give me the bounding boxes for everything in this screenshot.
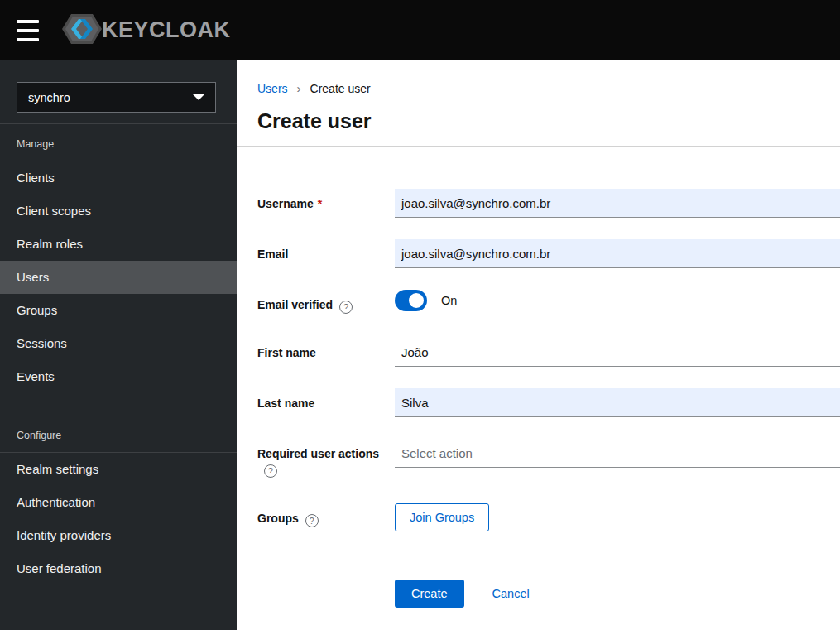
sidebar-item-user-federation[interactable]: User federation <box>0 552 237 585</box>
required-user-actions-label: Required user actions? <box>257 439 395 478</box>
manage-nav-list: Clients Client scopes Realm roles Users … <box>0 161 237 393</box>
join-groups-button[interactable]: Join Groups <box>395 503 489 531</box>
last-name-label: Last name <box>257 388 395 411</box>
first-name-label: First name <box>257 338 395 360</box>
keycloak-hexagon-icon <box>60 11 103 50</box>
header-divider <box>237 146 840 147</box>
page-title: Create user <box>257 109 840 133</box>
email-input[interactable] <box>395 239 840 268</box>
breadcrumb: Users › Create user <box>257 81 840 95</box>
required-user-actions-select[interactable] <box>395 439 840 468</box>
email-verified-row: Email verified? On <box>257 290 840 314</box>
required-user-actions-row: Required user actions? <box>257 439 840 478</box>
sidebar-item-identity-providers[interactable]: Identity providers <box>0 519 237 552</box>
actions-spacer <box>257 590 395 598</box>
username-row: Username* <box>257 189 840 218</box>
sidebar-item-sessions[interactable]: Sessions <box>0 327 237 360</box>
cancel-button[interactable]: Cancel <box>492 587 530 600</box>
email-verified-label: Email verified? <box>257 290 395 314</box>
breadcrumb-users-link[interactable]: Users <box>257 82 288 95</box>
required-asterisk: * <box>318 197 322 210</box>
sidebar-item-users[interactable]: Users <box>0 261 237 294</box>
nav-section-manage: Manage <box>0 124 237 161</box>
sidebar-item-authentication[interactable]: Authentication <box>0 486 237 519</box>
email-row: Email <box>257 239 840 268</box>
sidebar-item-realm-settings[interactable]: Realm settings <box>0 453 237 486</box>
sidebar-nav: synchro Manage Clients Client scopes Rea… <box>0 60 237 630</box>
brand-text: KEYCLOAK <box>102 17 231 43</box>
last-name-input[interactable] <box>395 388 840 417</box>
menu-toggle-icon[interactable] <box>17 20 39 41</box>
sidebar-item-groups[interactable]: Groups <box>0 294 237 327</box>
help-icon[interactable]: ? <box>264 464 277 478</box>
groups-row: Groups? Join Groups <box>257 503 840 531</box>
toggle-state-label: On <box>441 294 457 307</box>
email-label: Email <box>257 239 395 262</box>
form-actions-row: Create Cancel <box>257 580 840 608</box>
nav-section-configure: Configure <box>0 393 237 452</box>
main-content: Users › Create user Create user Username… <box>237 60 840 630</box>
sidebar-item-events[interactable]: Events <box>0 360 237 393</box>
sidebar-item-clients[interactable]: Clients <box>0 161 237 195</box>
sidebar-item-client-scopes[interactable]: Client scopes <box>0 195 237 228</box>
groups-label: Groups? <box>257 503 395 527</box>
configure-nav-list: Realm settings Authentication Identity p… <box>0 453 237 585</box>
first-name-row: First name <box>257 338 840 367</box>
help-icon[interactable]: ? <box>305 514 319 527</box>
last-name-row: Last name <box>257 388 840 417</box>
first-name-input[interactable] <box>395 338 840 367</box>
caret-down-icon <box>193 94 204 100</box>
masthead: KEYCLOAK <box>0 0 840 60</box>
toggle-knob <box>409 293 424 308</box>
realm-selector-value: synchro <box>28 91 70 104</box>
create-button[interactable]: Create <box>395 580 464 608</box>
help-icon[interactable]: ? <box>339 301 353 314</box>
keycloak-logo[interactable]: KEYCLOAK <box>60 11 231 50</box>
breadcrumb-current: Create user <box>310 82 371 95</box>
username-input[interactable] <box>395 189 840 218</box>
email-verified-toggle[interactable] <box>395 290 427 311</box>
sidebar-item-realm-roles[interactable]: Realm roles <box>0 228 237 261</box>
breadcrumb-separator-icon: › <box>297 81 301 95</box>
create-user-form: Username* Email Email verified? <box>257 189 840 608</box>
username-label: Username* <box>257 189 395 211</box>
realm-selector[interactable]: synchro <box>17 82 216 113</box>
